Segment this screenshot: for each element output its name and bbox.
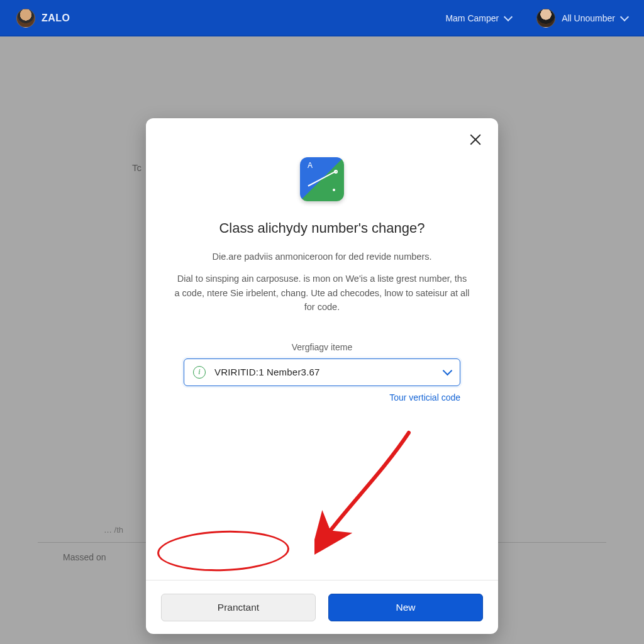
modal-footer: Pranctant New: [146, 580, 498, 634]
field-label: Vergfiagv iteme: [292, 342, 353, 352]
chevron-down-icon: [620, 13, 629, 21]
chevron-down-icon: [443, 366, 453, 376]
modal-title: Class alichydy number's change?: [219, 220, 425, 236]
select-wrap: i VRIRITID:1 Nember3.67: [184, 358, 460, 386]
primary-button[interactable]: New: [328, 594, 483, 621]
annotation-arrow: [314, 426, 428, 558]
brand-block: ZALO: [16, 9, 70, 28]
modal-paragraph: Dial to sinsping ain carposuse. is mon o…: [174, 272, 470, 314]
top-header: ZALO Mam Camper All Unoumber: [0, 0, 644, 36]
header-menu-2-label: All Unoumber: [562, 13, 615, 23]
avatar: [536, 9, 555, 28]
avatar[interactable]: [16, 9, 35, 28]
brand-name: ZALO: [42, 13, 70, 24]
secondary-button[interactable]: Pranctant: [161, 594, 316, 621]
header-menu-1-label: Mam Camper: [445, 13, 499, 23]
info-icon: i: [193, 366, 206, 379]
header-right: Mam Camper All Unoumber: [445, 9, 628, 28]
app-icon: A: [300, 157, 344, 201]
helper-link[interactable]: Tour verticial code: [184, 392, 460, 402]
select-value: VRIRITID:1 Nember3.67: [214, 367, 320, 377]
header-menu-1[interactable]: Mam Camper: [445, 13, 511, 23]
modal-subtitle: Die.are padviis anmoniceroon for ded rev…: [213, 250, 432, 263]
header-menu-2[interactable]: All Unoumber: [536, 9, 628, 28]
modal-overlay: A Class alichydy number's change? Die.ar…: [0, 36, 644, 644]
number-select[interactable]: i VRIRITID:1 Nember3.67: [184, 358, 460, 386]
chevron-down-icon: [504, 13, 513, 21]
modal-body: A Class alichydy number's change? Die.ar…: [146, 118, 498, 402]
close-icon[interactable]: [468, 132, 483, 147]
